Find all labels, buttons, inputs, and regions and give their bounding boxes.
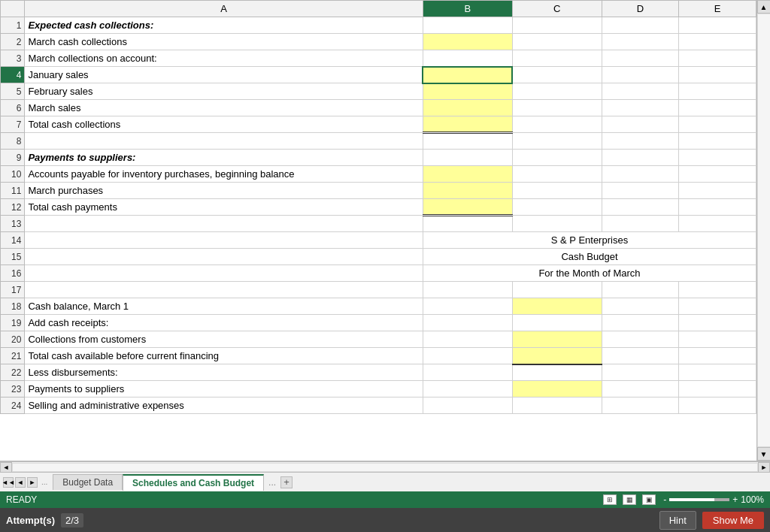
show-me-button[interactable]: Show Me [702,512,764,529]
vertical-scrollbar[interactable]: ▲ ▼ [756,0,770,461]
cell-c19[interactable] [512,315,602,331]
col-e-header[interactable]: E [679,1,756,17]
add-sheet-button[interactable]: + [280,476,293,488]
cell-b20[interactable] [423,331,512,348]
cell-d13[interactable] [602,216,679,232]
cell-e5[interactable] [679,83,756,100]
cell-d12[interactable] [602,199,679,216]
col-c-header[interactable]: C [512,1,602,17]
zoom-minus[interactable]: - [663,494,666,505]
cell-a13[interactable] [25,216,423,232]
cell-c3[interactable] [512,50,602,67]
cell-c8[interactable] [512,133,602,150]
cell-e1[interactable] [679,17,756,34]
cell-d17[interactable] [602,282,679,298]
scroll-left-button[interactable]: ◄ [0,462,12,473]
cell-b13[interactable] [423,216,512,232]
cell-c13[interactable] [512,216,602,232]
cell-b9[interactable] [423,150,512,166]
cell-d11[interactable] [602,183,679,199]
cell-a14[interactable] [25,232,423,249]
scroll-track[interactable] [757,14,771,447]
cell-c10[interactable] [512,166,602,183]
cell-a3[interactable]: March collections on account: [25,50,423,67]
cell-b6[interactable] [423,100,512,116]
cell-e2[interactable] [679,34,756,50]
cell-a16[interactable] [25,265,423,282]
cell-b5[interactable] [423,83,512,100]
cell-e7[interactable] [679,116,756,133]
cell-d4[interactable] [602,67,679,83]
cell-a5[interactable]: February sales [25,83,423,100]
cell-c17[interactable] [512,282,602,298]
cell-c7[interactable] [512,116,602,133]
cell-e21[interactable] [679,348,756,364]
cell-d7[interactable] [602,116,679,133]
tab-next-button[interactable]: ► [27,477,38,488]
cell-e23[interactable] [679,381,756,397]
cell-a12[interactable]: Total cash payments [25,199,423,216]
cell-d8[interactable] [602,133,679,150]
cell-d5[interactable] [602,83,679,100]
tab-schedules-cash-budget[interactable]: Schedules and Cash Budget [123,474,264,491]
cell-b3[interactable] [423,50,512,67]
cell-c22[interactable] [512,364,602,381]
cell-d18[interactable] [602,298,679,315]
cell-d24[interactable] [602,397,679,414]
cell-b2[interactable] [423,34,512,50]
hint-button[interactable]: Hint [659,511,696,530]
cell-d6[interactable] [602,100,679,116]
cell-c20[interactable] [512,331,602,348]
cell-d22[interactable] [602,364,679,381]
cell-e19[interactable] [679,315,756,331]
scroll-right-button[interactable]: ► [758,462,770,473]
cell-e18[interactable] [679,298,756,315]
cell-a22[interactable]: Less disbursements: [25,364,423,381]
cell-a18[interactable]: Cash balance, March 1 [25,298,423,315]
cell-b14[interactable]: S & P Enterprises [423,232,756,249]
cell-b16[interactable]: For the Month of March [423,265,756,282]
cell-a11[interactable]: March purchases [25,183,423,199]
cell-a17[interactable] [25,282,423,298]
cell-c2[interactable] [512,34,602,50]
cell-e9[interactable] [679,150,756,166]
zoom-slider[interactable] [669,498,729,501]
cell-a2[interactable]: March cash collections [25,34,423,50]
cell-a20[interactable]: Collections from customers [25,331,423,348]
cell-b24[interactable] [423,397,512,414]
cell-a6[interactable]: March sales [25,100,423,116]
horiz-scroll-track[interactable] [12,463,758,472]
tab-prev-button[interactable]: ◄ [15,477,26,488]
cell-d10[interactable] [602,166,679,183]
cell-d21[interactable] [602,348,679,364]
cell-b22[interactable] [423,364,512,381]
cell-e22[interactable] [679,364,756,381]
col-b-header[interactable]: B [423,1,512,17]
cell-d20[interactable] [602,331,679,348]
cell-d2[interactable] [602,34,679,50]
cell-e6[interactable] [679,100,756,116]
cell-b17[interactable] [423,282,512,298]
zoom-plus[interactable]: + [732,494,738,505]
cell-b10[interactable] [423,166,512,183]
cell-b11[interactable] [423,183,512,199]
cell-b18[interactable] [423,298,512,315]
cell-d1[interactable] [602,17,679,34]
cell-b4[interactable] [423,67,512,83]
cell-a10[interactable]: Accounts payable for inventory purchases… [25,166,423,183]
cell-a24[interactable]: Selling and administrative expenses [25,397,423,414]
cell-c12[interactable] [512,199,602,216]
cell-b8[interactable] [423,133,512,150]
cell-a19[interactable]: Add cash receipts: [25,315,423,331]
cell-c21[interactable] [512,348,602,364]
cell-b19[interactable] [423,315,512,331]
cell-d19[interactable] [602,315,679,331]
cell-a1[interactable]: Expected cash collections: [25,17,423,34]
cell-c1[interactable] [512,17,602,34]
cell-e12[interactable] [679,199,756,216]
cell-c11[interactable] [512,183,602,199]
cell-c9[interactable] [512,150,602,166]
cell-d3[interactable] [602,50,679,67]
col-a-header[interactable]: A [25,1,423,17]
cell-e10[interactable] [679,166,756,183]
